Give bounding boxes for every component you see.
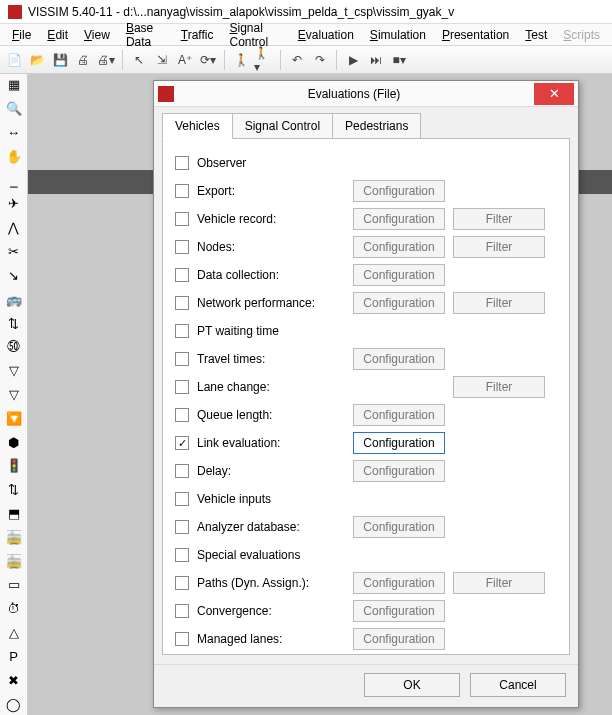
tab-vehicles[interactable]: Vehicles bbox=[162, 113, 233, 139]
checkbox[interactable] bbox=[175, 212, 189, 226]
checkbox[interactable] bbox=[175, 632, 189, 646]
checkbox[interactable] bbox=[175, 184, 189, 198]
checkbox[interactable]: ✓ bbox=[175, 436, 189, 450]
configuration-button[interactable]: Configuration bbox=[353, 180, 445, 202]
side-tool-button[interactable]: ⬢ bbox=[3, 431, 25, 453]
toolbar-button[interactable]: ⇲ bbox=[152, 50, 172, 70]
configuration-button[interactable]: Configuration bbox=[353, 516, 445, 538]
checkbox[interactable] bbox=[175, 352, 189, 366]
checkbox[interactable] bbox=[175, 296, 189, 310]
configuration-button[interactable]: Configuration bbox=[353, 208, 445, 230]
side-tool-button[interactable]: ↔ bbox=[3, 122, 25, 144]
menu-base-data[interactable]: Base Data bbox=[120, 19, 171, 51]
toolbar-button[interactable]: ⏭ bbox=[366, 50, 386, 70]
configuration-button[interactable]: Configuration bbox=[353, 432, 445, 454]
checkbox[interactable] bbox=[175, 548, 189, 562]
toolbar-button[interactable]: 📂 bbox=[27, 50, 47, 70]
configuration-button[interactable]: Configuration bbox=[353, 628, 445, 650]
checkbox[interactable] bbox=[175, 576, 189, 590]
side-tool-button[interactable]: ⏱ bbox=[3, 598, 25, 620]
ok-button[interactable]: OK bbox=[364, 673, 460, 697]
side-tool-button[interactable]: ⇅ bbox=[3, 312, 25, 334]
side-tool-button[interactable]: ✈ bbox=[3, 193, 25, 215]
toolbar-button[interactable]: 🚶 bbox=[231, 50, 251, 70]
checkbox[interactable] bbox=[175, 604, 189, 618]
side-tool-button[interactable]: 🚋 bbox=[3, 526, 25, 548]
side-tool-button[interactable]: ◯ bbox=[3, 693, 25, 715]
checkbox[interactable] bbox=[175, 408, 189, 422]
toolbar-button[interactable]: ↷ bbox=[310, 50, 330, 70]
row-label: Travel times: bbox=[197, 352, 345, 366]
toolbar-button[interactable]: ⟳▾ bbox=[198, 50, 218, 70]
toolbar-button[interactable]: A⁺ bbox=[175, 50, 195, 70]
configuration-button[interactable]: Configuration bbox=[353, 460, 445, 482]
tab-signal-control[interactable]: Signal Control bbox=[232, 113, 333, 139]
side-tool-button[interactable]: P bbox=[3, 646, 25, 668]
checkbox[interactable] bbox=[175, 156, 189, 170]
menu-evaluation[interactable]: Evaluation bbox=[292, 26, 360, 44]
checkbox[interactable] bbox=[175, 464, 189, 478]
side-tool-button[interactable]: ▽ bbox=[3, 384, 25, 406]
side-tool-button[interactable]: ⋀ bbox=[3, 217, 25, 239]
toolbar-button[interactable]: ■▾ bbox=[389, 50, 409, 70]
configuration-button[interactable]: Configuration bbox=[353, 600, 445, 622]
configuration-button[interactable]: Configuration bbox=[353, 236, 445, 258]
toolbar-button[interactable]: 🖨 bbox=[73, 50, 93, 70]
menu-edit[interactable]: Edit bbox=[41, 26, 74, 44]
side-tool-button[interactable]: ▽ bbox=[3, 360, 25, 382]
side-tool-button[interactable]: ⎯ bbox=[3, 169, 25, 191]
side-tool-button[interactable]: 🚌 bbox=[3, 288, 25, 310]
filter-button[interactable]: Filter bbox=[453, 376, 545, 398]
side-tool-button[interactable]: 🔍 bbox=[3, 98, 25, 120]
checkbox[interactable] bbox=[175, 380, 189, 394]
row-label: Special evaluations bbox=[197, 548, 345, 562]
filter-button[interactable]: Filter bbox=[453, 292, 545, 314]
configuration-button[interactable]: Configuration bbox=[353, 348, 445, 370]
menu-simulation[interactable]: Simulation bbox=[364, 26, 432, 44]
checkbox[interactable] bbox=[175, 492, 189, 506]
side-tool-button[interactable]: 🔽 bbox=[3, 407, 25, 429]
filter-button[interactable]: Filter bbox=[453, 236, 545, 258]
close-button[interactable]: ✕ bbox=[534, 83, 574, 105]
evaluations-dialog: Evaluations (File) ✕ VehiclesSignal Cont… bbox=[153, 80, 579, 708]
toolbar-separator bbox=[280, 50, 281, 70]
toolbar-button[interactable]: 🚶▾ bbox=[254, 50, 274, 70]
side-tool-button[interactable]: ▭ bbox=[3, 574, 25, 596]
side-tool-button[interactable]: ⇅ bbox=[3, 479, 25, 501]
menu-scripts[interactable]: Scripts bbox=[557, 26, 606, 44]
toolbar-button[interactable]: 💾 bbox=[50, 50, 70, 70]
toolbar-button[interactable]: 🖨▾ bbox=[96, 50, 116, 70]
side-tool-button[interactable]: ✋ bbox=[3, 145, 25, 167]
side-tool-button[interactable]: ✖ bbox=[3, 669, 25, 691]
side-tool-button[interactable]: ▦ bbox=[3, 74, 25, 96]
filter-button[interactable]: Filter bbox=[453, 572, 545, 594]
toolbar-button[interactable]: ▶ bbox=[343, 50, 363, 70]
side-tool-button[interactable]: △ bbox=[3, 622, 25, 644]
side-tool-button[interactable]: 🚋 bbox=[3, 550, 25, 572]
configuration-button[interactable]: Configuration bbox=[353, 572, 445, 594]
menu-presentation[interactable]: Presentation bbox=[436, 26, 515, 44]
side-tool-button[interactable]: ㊿ bbox=[3, 336, 25, 358]
side-tool-button[interactable]: ✂ bbox=[3, 241, 25, 263]
cancel-button[interactable]: Cancel bbox=[470, 673, 566, 697]
toolbar-button[interactable]: 📄 bbox=[4, 50, 24, 70]
menu-traffic[interactable]: Traffic bbox=[175, 26, 220, 44]
tab-pedestrians[interactable]: Pedestrians bbox=[332, 113, 421, 139]
side-tool-button[interactable]: ⬒ bbox=[3, 503, 25, 525]
checkbox[interactable] bbox=[175, 268, 189, 282]
menu-view[interactable]: View bbox=[78, 26, 116, 44]
menu-file[interactable]: File bbox=[6, 26, 37, 44]
checkbox[interactable] bbox=[175, 520, 189, 534]
configuration-button[interactable]: Configuration bbox=[353, 404, 445, 426]
toolbar-button[interactable]: ↶ bbox=[287, 50, 307, 70]
checkbox[interactable] bbox=[175, 324, 189, 338]
eval-row: Special evaluations bbox=[175, 541, 557, 569]
configuration-button[interactable]: Configuration bbox=[353, 292, 445, 314]
toolbar-button[interactable]: ↖ bbox=[129, 50, 149, 70]
side-tool-button[interactable]: 🚦 bbox=[3, 455, 25, 477]
filter-button[interactable]: Filter bbox=[453, 208, 545, 230]
checkbox[interactable] bbox=[175, 240, 189, 254]
configuration-button[interactable]: Configuration bbox=[353, 264, 445, 286]
menu-test[interactable]: Test bbox=[519, 26, 553, 44]
side-tool-button[interactable]: ↘ bbox=[3, 265, 25, 287]
